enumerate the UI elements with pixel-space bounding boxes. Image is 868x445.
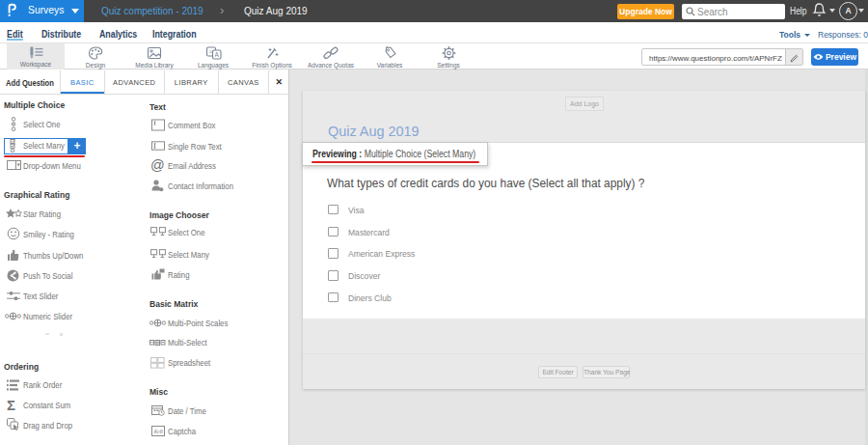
svg-text:𝑘c8: 𝑘c8	[153, 427, 163, 433]
svg-text:A: A	[214, 51, 219, 58]
